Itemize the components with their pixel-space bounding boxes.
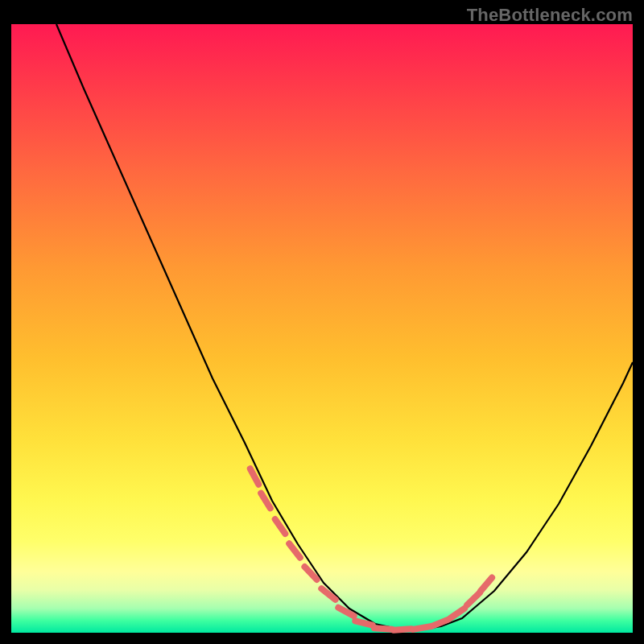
chart-frame (11, 24, 633, 633)
curve-marker (394, 629, 411, 630)
curve-marker (338, 608, 353, 616)
curve-marker (481, 578, 492, 592)
curve-marker (355, 621, 372, 625)
bottleneck-curve-line (56, 24, 633, 630)
curve-marker (374, 628, 392, 630)
watermark-text: TheBottleneck.com (467, 5, 633, 26)
curve-marker (413, 626, 431, 630)
chart-svg (11, 24, 633, 633)
curve-markers-group (250, 469, 492, 630)
curve-marker (321, 588, 335, 600)
curve-marker (467, 592, 480, 605)
